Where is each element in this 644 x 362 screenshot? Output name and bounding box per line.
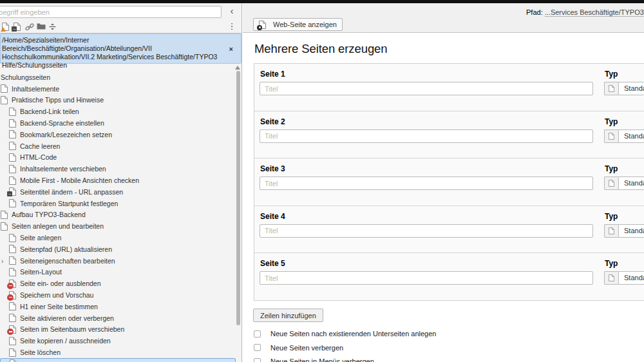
page-icon xyxy=(1,84,8,93)
tree-item[interactable]: Inhaltselemente xyxy=(0,83,236,95)
typ-label: Typ xyxy=(605,164,618,173)
checkbox[interactable] xyxy=(254,358,261,362)
page-tree: SchulungsseitenInhaltselementePraktische… xyxy=(0,71,236,362)
tree-item[interactable]: Inhaltselemente verschieben xyxy=(0,163,236,175)
type-select-value[interactable]: Standard xyxy=(618,271,644,285)
path-info-box: /Home/Spezialseiten/Interner Bereich/Bes… xyxy=(0,33,242,64)
typ-label: Typ xyxy=(605,117,618,126)
tree-item[interactable]: Seite ein- oder ausblenden xyxy=(0,278,236,289)
tree-item-label: Seite ein- oder ausblenden xyxy=(20,280,101,287)
add-rows-button[interactable]: Zeilen hinzufügen xyxy=(253,309,323,322)
tree-item[interactable]: Seite kopieren / ausschneiden xyxy=(0,335,236,347)
title-input[interactable] xyxy=(260,176,593,190)
tree-item-label: Cache leeren xyxy=(20,142,60,150)
page-icon xyxy=(10,359,17,362)
tree-item[interactable]: ›Seiteneigenschaften bearbeiten xyxy=(0,255,236,267)
breadcrumb: Pfad: ...Services Beschäftigte/TYPO3 Hil… xyxy=(526,8,644,16)
page-icon xyxy=(9,108,16,116)
checkbox-label: Neue Seiten in Menüs verbergen xyxy=(265,357,374,362)
row-label: Seite 5 xyxy=(260,259,285,268)
tree-item[interactable]: HTML-Code xyxy=(0,152,236,164)
tree-item-label: Seiten anlegen und bearbeiten xyxy=(12,222,104,230)
tree-search-input[interactable] xyxy=(0,6,222,18)
tree-item[interactable]: Seite aktivieren oder verbergen xyxy=(0,312,236,324)
tree-item[interactable]: →Seitentitel ändern - URL anpassen xyxy=(0,186,236,198)
type-select-value[interactable]: Standard xyxy=(618,176,644,190)
path-value[interactable]: ...Services Beschäftigte/TYPO3 Hilfe/Sch… xyxy=(545,8,644,17)
type-select[interactable]: Standard xyxy=(604,82,644,95)
tree-item[interactable]: Backend-Sprache einstellen xyxy=(0,117,236,129)
page-form-row: Seite 2TypStandard xyxy=(254,111,644,158)
shortcut-page-icon[interactable]: → xyxy=(12,22,23,32)
tree-item[interactable]: Seite anlegen xyxy=(0,232,236,243)
shortcut-page-icon: → xyxy=(9,187,16,196)
page-icon xyxy=(9,142,16,150)
tree-item-label: Inhaltselemente verschieben xyxy=(20,165,106,173)
create-pages-panel: Seite 1TypStandardSeite 2TypStandardSeit… xyxy=(254,63,644,301)
page-icon xyxy=(604,271,618,285)
tree-item-label: Backend-Sprache einstellen xyxy=(20,119,104,127)
tree-toolbar: → xyxy=(0,21,58,32)
view-webpage-button[interactable]: Web-Seite anzeigen xyxy=(253,18,343,31)
tree-item[interactable]: Schulungsseiten xyxy=(0,71,236,83)
tree-item[interactable]: Seiten-Layout xyxy=(0,267,236,278)
type-select[interactable]: Standard xyxy=(604,271,644,285)
tree-item[interactable]: Cache leeren xyxy=(0,140,236,152)
page-title: Mehrere Seiten erzeugen xyxy=(254,42,387,56)
tree-item-label: Bookmark/Lesezeichen setzen xyxy=(20,131,112,138)
scrollbar-up-icon[interactable] xyxy=(235,66,240,70)
page-icon xyxy=(9,234,16,242)
new-page-icon[interactable] xyxy=(0,22,11,32)
chevron-right-icon[interactable]: › xyxy=(1,257,3,264)
page-icon xyxy=(1,211,8,219)
page-icon xyxy=(1,96,8,104)
page-icon xyxy=(9,176,16,185)
tree-item[interactable]: H1 einer Seite bestimmen xyxy=(0,301,236,312)
tree-item-label: Seiteneigenschaften bearbeiten xyxy=(20,257,115,265)
close-icon[interactable]: × xyxy=(229,45,233,52)
type-select[interactable]: Standard xyxy=(604,176,644,190)
content-area: Pfad: ...Services Beschäftigte/TYPO3 Hil… xyxy=(243,3,644,362)
tree-item[interactable]: Backend-Link teilen xyxy=(0,106,236,117)
tree-item[interactable]: Aufbau TYPO3-Backend xyxy=(0,209,236,221)
tree-item[interactable]: Temporären Startpunkt festlegen xyxy=(0,198,236,209)
tree-item-label: Mobile First - Mobile Ansichten checken xyxy=(20,176,139,184)
tree-item[interactable] xyxy=(0,358,236,362)
checkbox[interactable] xyxy=(254,330,261,338)
page-icon xyxy=(9,153,16,162)
tree-scrollbar[interactable] xyxy=(236,71,241,325)
row-label: Seite 4 xyxy=(260,212,285,221)
tree-menu-icon[interactable]: ⋮ xyxy=(227,21,236,32)
page-icon xyxy=(604,224,618,238)
spacer-icon[interactable] xyxy=(46,22,57,32)
tree-item[interactable]: Seiten im Seitenbaum verschieben xyxy=(0,324,236,336)
type-select-value[interactable]: Standard xyxy=(618,224,644,238)
type-select[interactable]: Standard xyxy=(604,224,644,238)
link-icon[interactable] xyxy=(23,22,34,32)
title-input[interactable] xyxy=(260,129,593,143)
tree-item-label: HTML-Code xyxy=(20,153,57,161)
typ-label: Typ xyxy=(605,259,618,268)
type-select[interactable]: Standard xyxy=(604,129,644,143)
type-select-value[interactable]: Standard xyxy=(618,129,644,143)
tree-item[interactable]: Bookmark/Lesezeichen setzen xyxy=(0,129,236,140)
tree-item[interactable]: Mobile First - Mobile Ansichten checken xyxy=(0,175,236,186)
tree-item[interactable]: Praktische Tipps und Hinweise xyxy=(0,95,236,106)
tree-item[interactable]: Seiten anlegen und bearbeiten xyxy=(0,220,236,232)
tree-item-label: Seitenpfad (URL) aktualisieren xyxy=(20,245,112,253)
tree-item[interactable]: Seitenpfad (URL) aktualisieren xyxy=(0,243,236,255)
type-select-value[interactable]: Standard xyxy=(618,82,644,95)
option-row: Neue Seiten verbergen xyxy=(254,344,343,352)
page-tree-sidebar: ‹ → ⋮ /Home/Spezialseiten/Interner Berei… xyxy=(0,3,242,362)
collapse-sidebar-icon[interactable]: ‹ xyxy=(227,5,237,17)
folder-icon[interactable] xyxy=(35,22,46,32)
title-input[interactable] xyxy=(260,271,593,285)
row-label: Seite 3 xyxy=(260,164,285,173)
title-input[interactable] xyxy=(260,82,593,95)
option-row: Neue Seiten in Menüs verbergen xyxy=(254,357,374,362)
checkbox[interactable] xyxy=(254,344,261,351)
view-webpage-label: Web-Seite anzeigen xyxy=(273,21,337,28)
tree-item[interactable]: Seite löschen xyxy=(0,347,236,358)
tree-item[interactable]: Speichern und Vorschau xyxy=(0,289,236,301)
title-input[interactable] xyxy=(260,224,593,238)
